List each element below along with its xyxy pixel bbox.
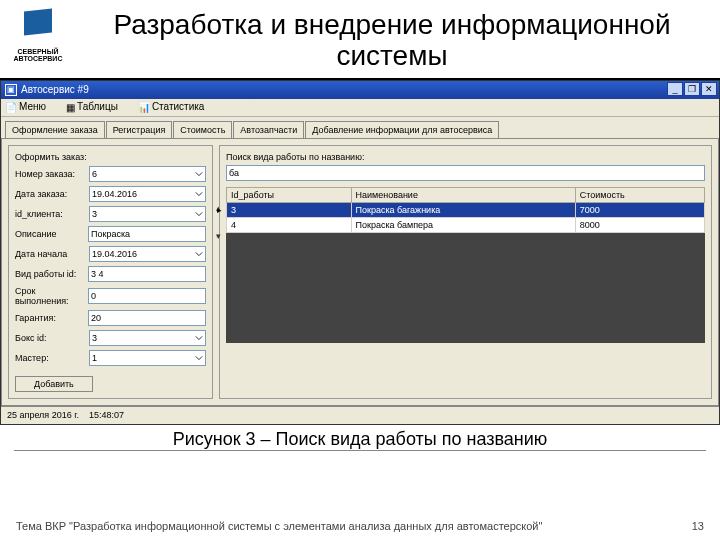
form-label: Описание (15, 229, 88, 239)
form-label: Вид работы id: (15, 269, 88, 279)
search-group: Поиск вида работы по названию: ▴ ▾ Id_ра… (219, 145, 712, 399)
table-row[interactable]: 4Покраска бампера8000 (227, 217, 705, 232)
grid-header[interactable]: Наименование (351, 187, 575, 202)
form-row-9: Мастер:1 (15, 350, 206, 366)
window-title: Автосервис #9 (21, 84, 89, 95)
tab-registration[interactable]: Регистрация (106, 121, 173, 138)
close-button[interactable]: ✕ (701, 82, 717, 96)
form-input-7[interactable] (88, 310, 206, 326)
form-row-3: Описание (15, 226, 206, 242)
figure-caption: Рисунок 3 – Поиск вида работы по названи… (0, 429, 720, 450)
form-input-5[interactable] (88, 266, 206, 282)
grid-header[interactable]: Стоимость (575, 187, 704, 202)
grid-empty-area (226, 233, 705, 343)
app-window: ▣ Автосервис #9 _ ❐ ✕ 📄Меню ▦Таблицы 📊Ст… (0, 80, 720, 425)
form-row-5: Вид работы id: (15, 266, 206, 282)
form-label: Мастер: (15, 353, 89, 363)
app-icon: ▣ (5, 84, 17, 96)
form-label: Номер заказа: (15, 169, 89, 179)
results-grid[interactable]: Id_работыНаименованиеСтоимость 3Покраска… (226, 187, 705, 233)
form-input-3[interactable] (88, 226, 206, 242)
form-input-8[interactable]: 3 (89, 330, 206, 346)
form-row-6: Срок выполнения: (15, 286, 206, 306)
add-button[interactable]: Добавить (15, 376, 93, 392)
tab-cost[interactable]: Стоимость (173, 121, 232, 138)
form-label: Гарантия: (15, 313, 88, 323)
grid-cell[interactable]: 7000 (575, 202, 704, 217)
page-number: 13 (692, 520, 704, 532)
tab-autoparts[interactable]: Автозапчасти (233, 121, 304, 138)
tab-add-info[interactable]: Добавление информации для автосервиса (305, 121, 499, 138)
form-label: Срок выполнения: (15, 286, 88, 306)
menu-item-stats[interactable]: 📊Статистика (138, 101, 215, 113)
tab-order[interactable]: Оформление заказа (5, 121, 105, 138)
slide-title: Разработка и внедрение информационной си… (74, 6, 710, 72)
tab-strip: Оформление заказа Регистрация Стоимость … (1, 117, 719, 138)
tab-panel: Оформить заказ: Номер заказа:6Дата заказ… (1, 138, 719, 406)
form-label: Дата заказа: (15, 189, 89, 199)
logo: СЕВЕРНЫЙ АВТОСЕРВИС (10, 6, 66, 62)
order-form-legend: Оформить заказ: (15, 152, 206, 162)
form-row-8: Бокс id:3 (15, 330, 206, 346)
minimize-button[interactable]: _ (667, 82, 683, 96)
grid-cell[interactable]: 8000 (575, 217, 704, 232)
form-row-1: Дата заказа:19.04.2016 (15, 186, 206, 202)
restore-button[interactable]: ❐ (684, 82, 700, 96)
form-label: id_клиента: (15, 209, 89, 219)
form-row-0: Номер заказа:6 (15, 166, 206, 182)
search-input[interactable] (226, 165, 705, 181)
grid-nav-down-icon[interactable]: ▾ (212, 231, 224, 241)
menubar: 📄Меню ▦Таблицы 📊Статистика (1, 99, 719, 117)
status-time: 15:48:07 (89, 410, 124, 420)
menu-item-tables[interactable]: ▦Таблицы (66, 101, 128, 113)
form-input-1[interactable]: 19.04.2016 (89, 186, 206, 202)
status-date: 25 апреля 2016 г. (7, 410, 79, 420)
footer: Тема ВКР "Разработка информационной сист… (0, 520, 720, 532)
grid-header[interactable]: Id_работы (227, 187, 352, 202)
slide-header: СЕВЕРНЫЙ АВТОСЕРВИС Разработка и внедрен… (0, 0, 720, 80)
form-label: Бокс id: (15, 333, 89, 343)
menu-item-menu[interactable]: 📄Меню (5, 101, 56, 113)
grid-cell[interactable]: 4 (227, 217, 352, 232)
form-row-2: id_клиента:3 (15, 206, 206, 222)
grid-cell[interactable]: Покраска багажника (351, 202, 575, 217)
form-input-2[interactable]: 3 (89, 206, 206, 222)
form-row-7: Гарантия: (15, 310, 206, 326)
grid-cell[interactable]: Покраска бампера (351, 217, 575, 232)
form-input-0[interactable]: 6 (89, 166, 206, 182)
footer-text: Тема ВКР "Разработка информационной сист… (16, 520, 542, 532)
form-label: Дата начала (15, 249, 89, 259)
statusbar: 25 апреля 2016 г. 15:48:07 (1, 406, 719, 424)
form-input-6[interactable] (88, 288, 206, 304)
grid-cell[interactable]: 3 (227, 202, 352, 217)
table-row[interactable]: 3Покраска багажника7000 (227, 202, 705, 217)
form-input-4[interactable]: 19.04.2016 (89, 246, 206, 262)
grid-wrapper: ▴ ▾ Id_работыНаименованиеСтоимость 3Покр… (226, 187, 705, 343)
footer-divider (14, 450, 706, 451)
form-row-4: Дата начала19.04.2016 (15, 246, 206, 262)
titlebar: ▣ Автосервис #9 _ ❐ ✕ (1, 81, 719, 99)
order-form-group: Оформить заказ: Номер заказа:6Дата заказ… (8, 145, 213, 399)
search-legend: Поиск вида работы по названию: (226, 152, 705, 162)
form-input-9[interactable]: 1 (89, 350, 206, 366)
